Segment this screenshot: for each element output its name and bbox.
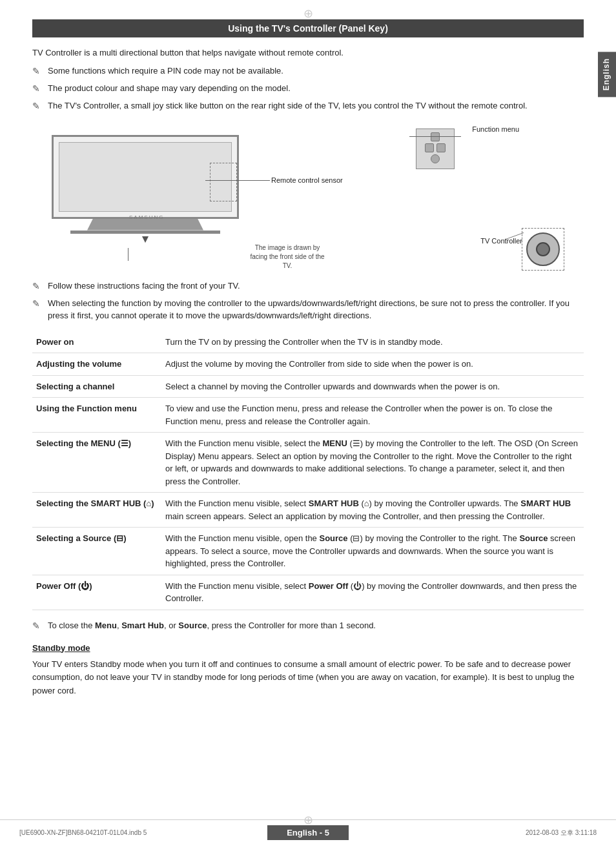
controller-dashed-border: [522, 228, 564, 271]
remote-sensor-label: Remote control sensor: [271, 176, 343, 184]
func-menu-label: Function menu: [472, 125, 519, 133]
table-row: Selecting the SMART HUB (⌂)With the Func…: [32, 493, 584, 528]
note-text-below-1: Follow these instructions facing the fro…: [48, 280, 240, 293]
tv-body: SAMSUNG: [52, 135, 239, 235]
intro-main-text: TV Controller is a multi directional but…: [32, 46, 584, 59]
note-below-2: ✎ When selecting the function by moving …: [32, 297, 584, 322]
note-item-2: ✎ The product colour and shape may vary …: [32, 82, 584, 96]
tv-controller-area: [522, 228, 564, 271]
table-cell-label-1: Adjusting the volume: [32, 353, 161, 376]
note-icon-below-1: ✎: [32, 280, 45, 293]
table-row: Using the Function menuTo view and use t…: [32, 398, 584, 433]
tv-brand-label: SAMSUNG: [129, 214, 164, 220]
controller-circle: [526, 232, 560, 266]
note-text-1: Some functions which require a PIN code …: [48, 65, 283, 77]
vert-line: [128, 248, 128, 261]
table-cell-desc-6: With the Function menu visible, open the…: [161, 528, 584, 575]
standby-text: Your TV enters Standby mode when you tur…: [32, 658, 584, 698]
table-cell-desc-5: With the Function menu visible, select S…: [161, 493, 584, 528]
note-below-1: ✎ Follow these instructions facing the f…: [32, 280, 584, 293]
table-cell-label-7: Power Off (⏻): [32, 575, 161, 610]
table-row: Power Off (⏻)With the Function menu visi…: [32, 575, 584, 610]
controller-center: [536, 242, 550, 256]
func-btn-1: [431, 132, 440, 141]
table-row: Selecting the MENU (☰)With the Function …: [32, 433, 584, 493]
func-btn-2: [425, 143, 434, 152]
section-header: Using the TV's Controller (Panel Key): [32, 19, 584, 37]
footer-left-text: [UE6900-XN-ZF]BN68-04210T-01L04.indb 5: [19, 829, 147, 836]
note-icon-3: ✎: [32, 99, 45, 113]
table-row: Selecting a channelSelect a channel by m…: [32, 375, 584, 398]
table-cell-label-4: Selecting the MENU (☰): [32, 433, 161, 493]
note-item-3: ✎ The TV's Controller, a small joy stick…: [32, 99, 584, 113]
tv-bezel: [52, 135, 239, 219]
tv-screen: [59, 142, 232, 212]
footer-right-text: 2012-08-03 오후 3:11:18: [526, 828, 597, 838]
page-wrapper: ⊕ English Using the TV's Controller (Pan…: [0, 0, 616, 853]
bottom-note: ✎ To close the Menu, Smart Hub, or Sourc…: [32, 619, 584, 633]
table-cell-label-6: Selecting a Source (⊟): [32, 528, 161, 575]
note-icon-below-2: ✎: [32, 297, 45, 311]
tv-diagram: SAMSUNG Function menu Remote control sen…: [32, 122, 584, 271]
table-cell-desc-1: Adjust the volume by moving the Controll…: [161, 353, 584, 376]
table-cell-desc-2: Select a channel by moving the Controlle…: [161, 375, 584, 398]
reg-mark-bottom: ⊕: [303, 813, 313, 827]
note-icon-bottom: ✎: [32, 619, 45, 633]
function-menu-cluster: [416, 128, 455, 169]
footer-center-text: English - 5: [267, 825, 349, 840]
tv-controller-label: TV Controller: [480, 237, 522, 245]
table-cell-label-3: Using the Function menu: [32, 398, 161, 433]
table-row: Adjusting the volumeAdjust the volume by…: [32, 353, 584, 376]
note-icon-1: ✎: [32, 65, 45, 78]
func-row-2: [420, 143, 451, 152]
table-cell-desc-7: With the Function menu visible, select P…: [161, 575, 584, 610]
table-cell-desc-0: Turn the TV on by pressing the Controlle…: [161, 331, 584, 353]
bottom-note-text: To close the Menu, Smart Hub, or Source,…: [48, 619, 376, 633]
table-cell-desc-4: With the Function menu visible, select t…: [161, 433, 584, 493]
func-row-1: [420, 132, 451, 141]
line-func-menu: [409, 136, 461, 137]
note-icon-2: ✎: [32, 82, 45, 96]
table-row: Selecting a Source (⊟)With the Function …: [32, 528, 584, 575]
table-cell-label-0: Power on: [32, 331, 161, 353]
image-note: The image is drawn by facing the front s…: [245, 243, 329, 271]
standby-title: Standby mode: [32, 643, 584, 653]
table-row: Power onTurn the TV on by pressing the C…: [32, 331, 584, 353]
note-text-3: The TV's Controller, a small joy stick l…: [48, 99, 528, 112]
standby-section: Standby mode Your TV enters Standby mode…: [32, 643, 584, 698]
func-btn-round: [431, 154, 440, 163]
note-text-2: The product colour and shape may vary de…: [48, 82, 291, 95]
reg-mark-top: ⊕: [303, 6, 313, 21]
func-btn-3: [436, 143, 446, 152]
note-text-below-2: When selecting the function by moving th…: [48, 297, 584, 322]
note-item-1: ✎ Some functions which require a PIN cod…: [32, 65, 584, 78]
table-cell-label-5: Selecting the SMART HUB (⌂): [32, 493, 161, 528]
arrow-from-tv: [142, 236, 149, 243]
english-tab: English: [598, 52, 616, 97]
func-row-3: [420, 154, 451, 163]
sensor-box: [210, 163, 237, 201]
table-cell-desc-3: To view and use the Function menu, press…: [161, 398, 584, 433]
line-sensor: [205, 180, 270, 181]
info-table: Power onTurn the TV on by pressing the C…: [32, 331, 584, 610]
table-cell-label-2: Selecting a channel: [32, 375, 161, 398]
